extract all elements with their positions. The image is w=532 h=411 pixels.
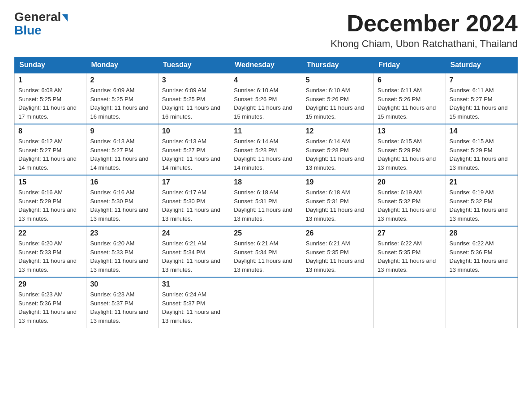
day-number: 21 (450, 178, 514, 186)
day-number: 7 (450, 76, 514, 84)
day-info: Sunrise: 6:21 AMSunset: 5:34 PMDaylight:… (162, 239, 226, 274)
day-info: Sunrise: 6:09 AMSunset: 5:25 PMDaylight:… (90, 86, 154, 121)
calendar-cell: 29Sunrise: 6:23 AMSunset: 5:36 PMDayligh… (15, 277, 86, 328)
week-row-4: 22Sunrise: 6:20 AMSunset: 5:33 PMDayligh… (15, 226, 518, 277)
calendar-cell: 15Sunrise: 6:16 AMSunset: 5:29 PMDayligh… (15, 175, 86, 226)
calendar-cell: 30Sunrise: 6:23 AMSunset: 5:37 PMDayligh… (86, 277, 158, 328)
col-header-saturday: Saturday (446, 57, 517, 73)
week-row-3: 15Sunrise: 6:16 AMSunset: 5:29 PMDayligh… (15, 175, 518, 226)
calendar-cell: 10Sunrise: 6:13 AMSunset: 5:27 PMDayligh… (158, 124, 230, 175)
day-number: 23 (90, 229, 154, 237)
calendar-cell: 14Sunrise: 6:15 AMSunset: 5:29 PMDayligh… (446, 124, 517, 175)
day-info: Sunrise: 6:21 AMSunset: 5:35 PMDaylight:… (306, 239, 370, 274)
day-info: Sunrise: 6:15 AMSunset: 5:29 PMDaylight:… (450, 137, 514, 172)
col-header-friday: Friday (374, 57, 446, 73)
calendar-cell (374, 277, 446, 328)
logo-line1: General (14, 11, 68, 23)
calendar-cell: 25Sunrise: 6:21 AMSunset: 5:34 PMDayligh… (230, 226, 302, 277)
day-info: Sunrise: 6:21 AMSunset: 5:34 PMDaylight:… (234, 239, 298, 274)
day-number: 14 (450, 127, 514, 135)
calendar-cell: 5Sunrise: 6:10 AMSunset: 5:26 PMDaylight… (302, 73, 373, 124)
col-header-thursday: Thursday (302, 57, 373, 73)
day-info: Sunrise: 6:23 AMSunset: 5:37 PMDaylight:… (90, 290, 154, 325)
day-number: 5 (306, 76, 370, 84)
day-number: 26 (306, 229, 370, 237)
col-header-monday: Monday (86, 57, 158, 73)
month-title: December 2024 (330, 11, 518, 36)
day-info: Sunrise: 6:11 AMSunset: 5:27 PMDaylight:… (450, 86, 514, 121)
calendar-cell: 31Sunrise: 6:24 AMSunset: 5:37 PMDayligh… (158, 277, 230, 328)
calendar-cell: 19Sunrise: 6:18 AMSunset: 5:31 PMDayligh… (302, 175, 373, 226)
calendar-cell: 7Sunrise: 6:11 AMSunset: 5:27 PMDaylight… (446, 73, 517, 124)
calendar-cell: 13Sunrise: 6:15 AMSunset: 5:29 PMDayligh… (374, 124, 446, 175)
calendar-cell: 9Sunrise: 6:13 AMSunset: 5:27 PMDaylight… (86, 124, 158, 175)
day-info: Sunrise: 6:14 AMSunset: 5:28 PMDaylight:… (306, 137, 370, 172)
day-number: 4 (234, 76, 298, 84)
day-number: 11 (234, 127, 298, 135)
logo-line2: Blue (14, 24, 42, 37)
day-info: Sunrise: 6:20 AMSunset: 5:33 PMDaylight:… (90, 239, 154, 274)
calendar-cell: 3Sunrise: 6:09 AMSunset: 5:25 PMDaylight… (158, 73, 230, 124)
day-info: Sunrise: 6:19 AMSunset: 5:32 PMDaylight:… (378, 188, 442, 223)
col-header-wednesday: Wednesday (230, 57, 302, 73)
day-info: Sunrise: 6:11 AMSunset: 5:26 PMDaylight:… (378, 86, 442, 121)
week-row-1: 1Sunrise: 6:08 AMSunset: 5:25 PMDaylight… (15, 73, 518, 124)
day-info: Sunrise: 6:08 AMSunset: 5:25 PMDaylight:… (18, 86, 82, 121)
day-info: Sunrise: 6:10 AMSunset: 5:26 PMDaylight:… (306, 86, 370, 121)
calendar-cell: 27Sunrise: 6:22 AMSunset: 5:35 PMDayligh… (374, 226, 446, 277)
day-info: Sunrise: 6:24 AMSunset: 5:37 PMDaylight:… (162, 290, 226, 325)
calendar-cell: 23Sunrise: 6:20 AMSunset: 5:33 PMDayligh… (86, 226, 158, 277)
location-title: Khong Chiam, Ubon Ratchathani, Thailand (330, 38, 518, 50)
calendar-cell: 6Sunrise: 6:11 AMSunset: 5:26 PMDaylight… (374, 73, 446, 124)
day-number: 15 (18, 178, 82, 186)
calendar-cell: 4Sunrise: 6:10 AMSunset: 5:26 PMDaylight… (230, 73, 302, 124)
header: General Blue December 2024 Khong Chiam, … (14, 11, 518, 50)
day-info: Sunrise: 6:14 AMSunset: 5:28 PMDaylight:… (234, 137, 298, 172)
day-number: 16 (90, 178, 154, 186)
calendar-cell: 11Sunrise: 6:14 AMSunset: 5:28 PMDayligh… (230, 124, 302, 175)
calendar-cell: 1Sunrise: 6:08 AMSunset: 5:25 PMDaylight… (15, 73, 86, 124)
day-info: Sunrise: 6:18 AMSunset: 5:31 PMDaylight:… (234, 188, 298, 223)
day-number: 12 (306, 127, 370, 135)
day-number: 28 (450, 229, 514, 237)
calendar-cell: 16Sunrise: 6:16 AMSunset: 5:30 PMDayligh… (86, 175, 158, 226)
logo: General Blue (14, 11, 68, 37)
day-number: 6 (378, 76, 442, 84)
week-row-5: 29Sunrise: 6:23 AMSunset: 5:36 PMDayligh… (15, 277, 518, 328)
day-number: 3 (162, 76, 226, 84)
day-info: Sunrise: 6:18 AMSunset: 5:31 PMDaylight:… (306, 188, 370, 223)
day-info: Sunrise: 6:19 AMSunset: 5:32 PMDaylight:… (450, 188, 514, 223)
calendar-cell: 18Sunrise: 6:18 AMSunset: 5:31 PMDayligh… (230, 175, 302, 226)
calendar-cell: 26Sunrise: 6:21 AMSunset: 5:35 PMDayligh… (302, 226, 373, 277)
day-number: 19 (306, 178, 370, 186)
calendar-table: SundayMondayTuesdayWednesdayThursdayFrid… (14, 57, 518, 328)
calendar-cell: 17Sunrise: 6:17 AMSunset: 5:30 PMDayligh… (158, 175, 230, 226)
day-info: Sunrise: 6:16 AMSunset: 5:29 PMDaylight:… (18, 188, 82, 223)
calendar-header-row: SundayMondayTuesdayWednesdayThursdayFrid… (15, 57, 518, 73)
day-info: Sunrise: 6:22 AMSunset: 5:36 PMDaylight:… (450, 239, 514, 274)
week-row-2: 8Sunrise: 6:12 AMSunset: 5:27 PMDaylight… (15, 124, 518, 175)
calendar-cell: 12Sunrise: 6:14 AMSunset: 5:28 PMDayligh… (302, 124, 373, 175)
calendar-cell: 21Sunrise: 6:19 AMSunset: 5:32 PMDayligh… (446, 175, 517, 226)
day-info: Sunrise: 6:20 AMSunset: 5:33 PMDaylight:… (18, 239, 82, 274)
calendar-cell (302, 277, 373, 328)
calendar-cell: 8Sunrise: 6:12 AMSunset: 5:27 PMDaylight… (15, 124, 86, 175)
day-number: 2 (90, 76, 154, 84)
title-area: December 2024 Khong Chiam, Ubon Ratchath… (330, 11, 518, 50)
day-info: Sunrise: 6:10 AMSunset: 5:26 PMDaylight:… (234, 86, 298, 121)
day-number: 22 (18, 229, 82, 237)
calendar-cell: 22Sunrise: 6:20 AMSunset: 5:33 PMDayligh… (15, 226, 86, 277)
day-info: Sunrise: 6:22 AMSunset: 5:35 PMDaylight:… (378, 239, 442, 274)
day-number: 1 (18, 76, 82, 84)
col-header-sunday: Sunday (15, 57, 86, 73)
calendar-cell: 24Sunrise: 6:21 AMSunset: 5:34 PMDayligh… (158, 226, 230, 277)
day-number: 17 (162, 178, 226, 186)
calendar-cell: 28Sunrise: 6:22 AMSunset: 5:36 PMDayligh… (446, 226, 517, 277)
day-number: 30 (90, 280, 154, 288)
day-number: 27 (378, 229, 442, 237)
day-info: Sunrise: 6:12 AMSunset: 5:27 PMDaylight:… (18, 137, 82, 172)
day-number: 10 (162, 127, 226, 135)
day-info: Sunrise: 6:16 AMSunset: 5:30 PMDaylight:… (90, 188, 154, 223)
day-number: 20 (378, 178, 442, 186)
day-number: 8 (18, 127, 82, 135)
